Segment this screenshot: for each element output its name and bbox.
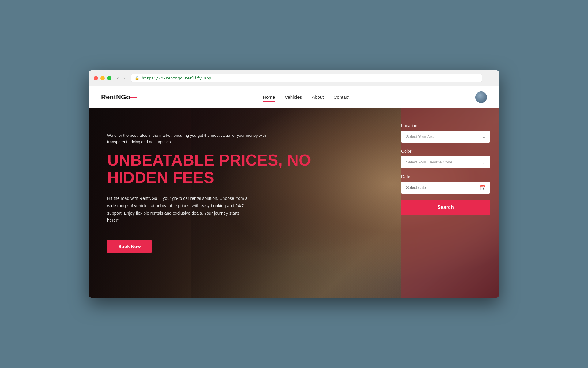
hero-title-line2: HIDDEN FEES <box>107 169 214 186</box>
search-panel: Location Select Your Area ⌄ Color <box>395 108 499 298</box>
date-label: Date <box>401 174 490 179</box>
browser-nav-buttons: ‹ › <box>115 74 127 82</box>
color-select[interactable]: Select Your Favorite Color <box>401 156 490 168</box>
date-input-wrapper: 📅 <box>401 182 490 194</box>
nav-vehicles[interactable]: Vehicles <box>285 94 302 100</box>
logo-dash: — <box>130 93 137 101</box>
logo-text: RentNGo <box>101 93 130 101</box>
main-wrapper: RentNGo— Home Vehicles About Contact <box>89 86 499 298</box>
location-select[interactable]: Select Your Area <box>401 131 490 143</box>
minimize-button[interactable] <box>100 76 105 80</box>
color-select-wrapper: Select Your Favorite Color ⌄ <box>401 156 490 168</box>
nav-home[interactable]: Home <box>263 94 275 102</box>
hero-subtitle: We offer the best rates in the market, e… <box>107 132 266 145</box>
url-text: https://x-rentngo.netlify.app <box>142 76 211 80</box>
hero-section: We offer the best rates in the market, e… <box>89 108 499 298</box>
address-bar[interactable]: 🔒 https://x-rentngo.netlify.app <box>131 74 483 82</box>
avatar-image <box>475 91 487 103</box>
location-select-wrapper: Select Your Area ⌄ <box>401 131 490 143</box>
hero-title-line1: UNBEATABLE PRICES, NO <box>107 151 311 169</box>
color-label: Color <box>401 149 490 154</box>
hero-content: We offer the best rates in the market, e… <box>89 108 499 298</box>
search-button[interactable]: Search <box>401 200 490 215</box>
nav-about[interactable]: About <box>312 94 324 100</box>
nav-links: Home Vehicles About Contact <box>263 94 349 100</box>
browser-window: ‹ › 🔒 https://x-rentngo.netlify.app ≡ Re… <box>89 70 499 298</box>
nav-contact[interactable]: Contact <box>334 94 349 100</box>
back-button[interactable]: ‹ <box>115 74 120 82</box>
browser-chrome: ‹ › 🔒 https://x-rentngo.netlify.app ≡ <box>89 70 499 86</box>
close-button[interactable] <box>94 76 98 80</box>
lock-icon: 🔒 <box>135 76 139 80</box>
maximize-button[interactable] <box>107 76 111 80</box>
site-logo: RentNGo— <box>101 93 137 101</box>
hero-title: UNBEATABLE PRICES, NO HIDDEN FEES <box>107 151 377 186</box>
hero-description: Hit the road with RentNGo— your go-to ca… <box>107 195 248 224</box>
browser-menu-button[interactable]: ≡ <box>486 74 494 82</box>
color-group: Color Select Your Favorite Color ⌄ <box>401 149 490 168</box>
date-input[interactable] <box>401 182 490 194</box>
hero-text-area: We offer the best rates in the market, e… <box>89 108 395 298</box>
site-navbar: RentNGo— Home Vehicles About Contact <box>89 86 499 108</box>
avatar[interactable] <box>475 91 487 103</box>
location-group: Location Select Your Area ⌄ <box>401 123 490 143</box>
traffic-lights <box>94 76 111 80</box>
location-label: Location <box>401 123 490 128</box>
date-group: Date 📅 <box>401 174 490 194</box>
book-now-button[interactable]: Book Now <box>107 240 152 253</box>
forward-button[interactable]: › <box>122 74 127 82</box>
